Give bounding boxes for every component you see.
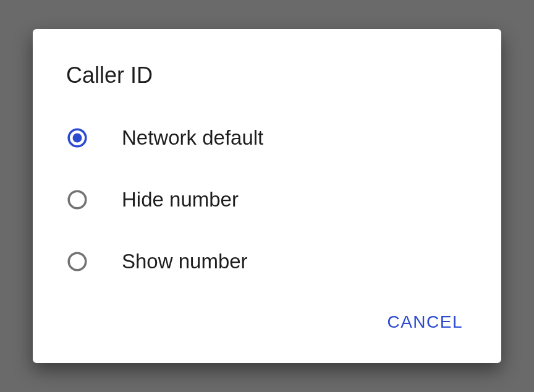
cancel-button[interactable]: CANCEL [381, 307, 469, 337]
option-label: Show number [122, 250, 248, 273]
dialog-title: Caller ID [33, 29, 501, 107]
option-network-default[interactable]: Network default [66, 107, 468, 169]
radio-checked-icon [66, 127, 88, 149]
options-list: Network default Hide number Show number [33, 107, 501, 301]
option-show-number[interactable]: Show number [66, 231, 468, 292]
svg-point-2 [69, 191, 86, 208]
option-label: Hide number [122, 188, 239, 211]
radio-unchecked-icon [66, 250, 88, 273]
radio-unchecked-icon [66, 189, 88, 211]
svg-point-3 [69, 253, 86, 270]
dialog-actions: CANCEL [33, 301, 501, 363]
svg-point-1 [73, 134, 82, 143]
caller-id-dialog: Caller ID Network default Hide number [33, 29, 501, 363]
option-label: Network default [122, 126, 263, 150]
option-hide-number[interactable]: Hide number [66, 169, 468, 231]
